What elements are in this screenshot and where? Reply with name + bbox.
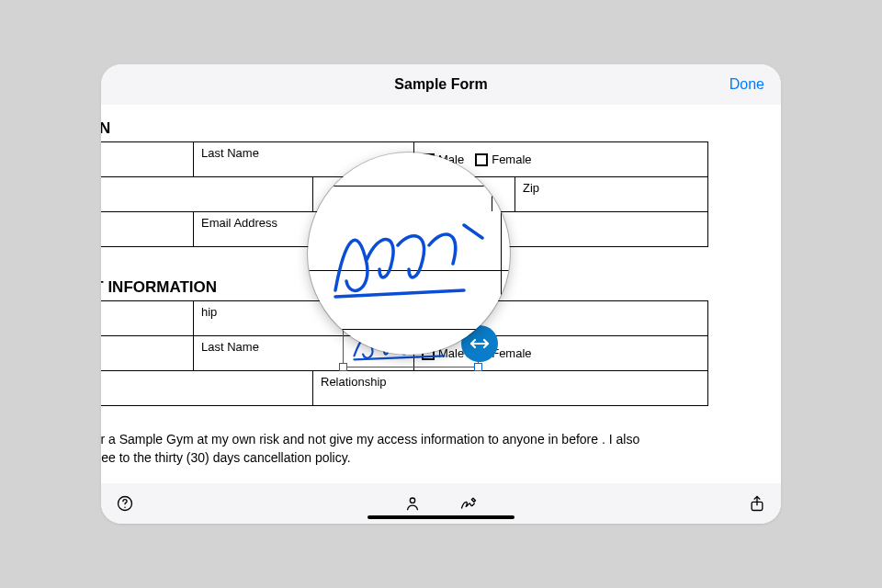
cell-firstname[interactable] bbox=[101, 142, 194, 177]
document-canvas[interactable]: ION Last Name Male Female bbox=[101, 105, 781, 483]
checkbox-female[interactable]: Female bbox=[475, 153, 531, 166]
title-bar: Sample Form Done bbox=[101, 64, 781, 105]
resize-handle-bl[interactable] bbox=[339, 363, 347, 371]
document-title: Sample Form bbox=[394, 76, 487, 93]
home-indicator[interactable] bbox=[368, 515, 514, 519]
agreement-text: nter a Sample Gym at my own risk and not… bbox=[101, 430, 671, 468]
help-icon[interactable] bbox=[116, 494, 134, 513]
done-button[interactable]: Done bbox=[729, 64, 764, 105]
cell-ec-name[interactable] bbox=[101, 301, 194, 336]
share-icon[interactable] bbox=[748, 494, 766, 513]
cell-ec-relationship[interactable]: Relationship bbox=[313, 371, 708, 406]
signature-icon[interactable] bbox=[458, 494, 479, 513]
section-heading-1: ION bbox=[101, 119, 735, 138]
checkbox-icon[interactable] bbox=[475, 153, 488, 166]
app-window: Sample Form Done ION Last Name Male Fema… bbox=[101, 64, 781, 524]
cell-zip[interactable]: Zip bbox=[515, 177, 708, 212]
last-name-label-2: Last Name bbox=[201, 340, 259, 354]
last-name-label: Last Name bbox=[201, 146, 259, 160]
resize-handle-br[interactable] bbox=[474, 363, 482, 371]
magnifier-loupe bbox=[308, 153, 510, 355]
relationship-label: Relationship bbox=[321, 375, 387, 389]
relationship-fragment: hip bbox=[201, 305, 217, 319]
svg-point-2 bbox=[124, 506, 126, 508]
person-icon[interactable] bbox=[403, 494, 422, 513]
cell-ec-firstname[interactable] bbox=[101, 336, 194, 371]
svg-point-3 bbox=[410, 498, 414, 503]
cell-phone[interactable] bbox=[101, 212, 194, 247]
cell-ec-phone[interactable] bbox=[101, 371, 313, 406]
signature-stroke-large bbox=[326, 203, 492, 313]
email-label: Email Address bbox=[201, 216, 277, 230]
cell-address[interactable] bbox=[101, 177, 313, 212]
zip-label: Zip bbox=[523, 181, 539, 195]
